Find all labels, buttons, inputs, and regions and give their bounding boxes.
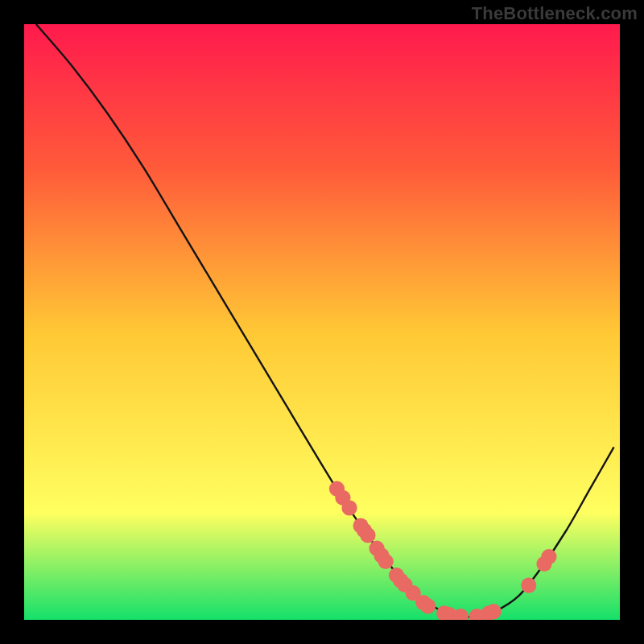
plot-area-gradient	[24, 24, 620, 620]
data-marker	[360, 527, 375, 543]
data-marker	[378, 554, 394, 569]
data-marker	[420, 598, 436, 613]
data-marker	[486, 604, 502, 619]
chart-svg	[0, 0, 644, 644]
watermark-text: TheBottleneck.com	[472, 3, 638, 24]
data-marker	[341, 500, 357, 515]
data-marker	[541, 549, 556, 564]
data-marker	[521, 577, 536, 592]
chart-container: TheBottleneck.com	[0, 0, 644, 644]
